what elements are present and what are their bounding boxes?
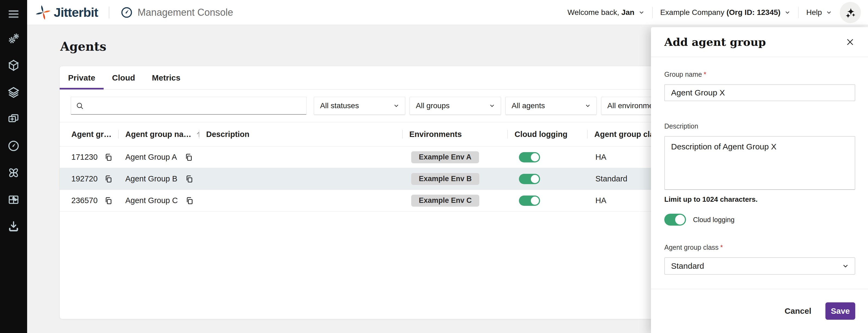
toggle-knob [675,215,685,225]
management-console-icon [120,6,133,19]
org-id: (Org ID: 12345) [726,8,780,16]
hamburger-menu-icon[interactable] [7,8,20,21]
top-bar: Jitterbit Management Console Welcome bac… [27,0,868,25]
agent-group-id: 171230 [71,153,98,162]
search-icon [75,101,84,110]
cancel-button[interactable]: Cancel [785,306,811,315]
toggle-knob [531,197,539,205]
chevron-down-icon [638,9,645,16]
copy-icon[interactable] [184,153,194,162]
description-field: Description Description of Agent Group X… [664,122,855,204]
agent-filter-select[interactable]: All agents [505,97,597,115]
group-name-field: Group name* [664,70,855,101]
agent-group-name: Agent Group C [125,196,178,205]
chevron-down-icon [826,9,832,16]
help-label: Help [806,8,822,17]
description-textarea[interactable]: Description of Agent Group X [664,136,855,190]
add-agent-group-panel: Add agent group Group name* Description … [651,27,868,333]
column-header-environments[interactable]: Environments [402,122,507,146]
agent-group-id: 236570 [71,196,98,205]
save-button[interactable]: Save [826,302,855,320]
search-box [71,97,307,115]
group-filter-select[interactable]: All groups [410,97,501,115]
toggle-knob [531,175,539,183]
ai-assistant-button[interactable] [840,2,861,23]
chevron-down-icon [393,102,400,109]
org-text: Example Company (Org ID: 12345) [660,8,781,17]
chevron-down-icon [842,262,849,270]
download-icon[interactable] [7,220,20,233]
agent-group-class-label: Agent group class* [664,243,855,252]
panel-body: Group name* Description Description of A… [651,57,868,275]
copy-icon[interactable] [104,196,113,205]
column-header-agent-group-id[interactable]: Agent gr… [60,122,118,146]
sort-ascending-icon [195,130,199,138]
environment-chip: Example Env A [411,151,479,163]
cloud-logging-toggle[interactable] [519,174,540,184]
chevron-down-icon [585,102,591,109]
cloud-logging-toggle[interactable] [519,152,540,162]
close-icon[interactable] [844,36,856,48]
required-marker: * [720,243,723,251]
agent-group-name: Agent Group B [125,174,177,183]
cloud-logging-label: Cloud logging [693,216,735,224]
user-name: Jan [621,8,634,16]
cloud-logging-row: Cloud logging [664,214,855,226]
copy-icon[interactable] [185,196,194,205]
tab-private[interactable]: Private [60,66,104,89]
description-label: Description [664,122,855,130]
status-filter-select[interactable]: All statuses [314,97,405,115]
group-name-input[interactable] [664,84,855,101]
character-limit-note: Limit up to 1024 characters. [664,195,855,204]
column-header-cloud-logging[interactable]: Cloud logging [507,122,587,146]
brand-wordmark: Jitterbit [54,5,98,20]
agent-group-id: 192720 [71,174,98,183]
copy-icon[interactable] [185,174,194,184]
user-area: Welcome back, Jan Example Company (Org I… [567,2,861,23]
org-menu[interactable]: Example Company (Org ID: 12345) [660,8,791,17]
header-divider [652,7,653,18]
panel-title: Add agent group [664,36,766,48]
panel-header: Add agent group [651,27,868,57]
brand-separator [109,6,109,19]
sidebar [0,0,27,333]
tab-cloud[interactable]: Cloud [104,66,144,89]
chevron-down-icon [784,9,791,16]
group-name-label: Group name* [664,70,855,78]
cloud-logging-toggle[interactable] [519,196,540,206]
brand-area: Jitterbit Management Console [35,5,233,20]
agent-group-class-field: Agent group class* Standard [664,243,855,275]
help-menu[interactable]: Help [806,8,832,17]
environment-chip: Example Env B [411,173,479,185]
toggle-knob [531,153,539,161]
column-header-agent-group-name[interactable]: Agent group na… [118,122,199,146]
gauge-icon[interactable] [7,139,20,153]
jitterbit-logo-icon [35,5,51,20]
sparkles-icon [844,6,856,19]
agent-group-class-select[interactable]: Standard [664,257,855,275]
panel-footer: Cancel Save [651,289,868,333]
gears-icon[interactable] [7,32,20,45]
clover-icon[interactable] [7,166,20,179]
cube-icon[interactable] [7,59,20,72]
copy-icon[interactable] [104,153,113,162]
header-divider [798,7,799,18]
user-menu[interactable]: Welcome back, Jan [567,8,645,17]
windows-plus-icon[interactable] [7,112,20,126]
search-input[interactable] [87,97,302,114]
cloud-logging-toggle[interactable] [664,214,686,226]
copy-icon[interactable] [104,174,113,184]
layers-icon[interactable] [7,86,20,99]
chevron-down-icon [489,102,495,109]
puzzle-icon[interactable] [7,193,20,206]
tab-metrics[interactable]: Metrics [144,66,189,89]
column-header-description[interactable]: Description [199,122,402,146]
page-title: Agents [60,40,106,54]
welcome-text: Welcome back, Jan [567,8,634,17]
app-root: Jitterbit Management Console Welcome bac… [0,0,868,333]
product-name: Management Console [137,7,233,18]
environment-chip: Example Env C [411,195,479,207]
required-marker: * [704,70,706,78]
agent-group-name: Agent Group A [125,153,177,162]
